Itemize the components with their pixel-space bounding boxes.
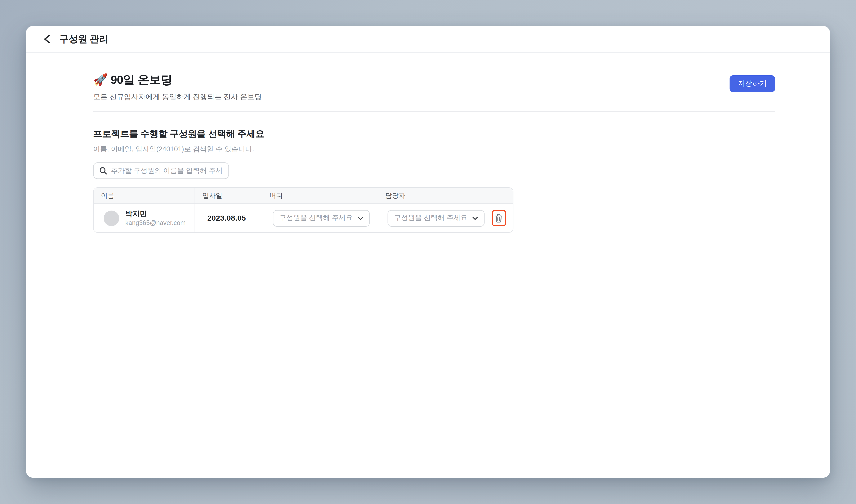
member-section-heading: 프로젝트를 수행할 구성원을 선택해 주세요 bbox=[93, 128, 775, 140]
member-table-header: 이름 입사일 버디 담당자 bbox=[94, 188, 513, 204]
trash-icon bbox=[495, 214, 503, 222]
member-email: kang365@naver.com bbox=[125, 219, 185, 227]
member-name: 박지민 bbox=[125, 210, 185, 218]
avatar bbox=[104, 210, 119, 226]
buddy-select[interactable]: 구성원을 선택해 주세요 bbox=[273, 210, 370, 226]
member-search-input[interactable] bbox=[111, 167, 223, 175]
column-header-buddy: 버디 bbox=[266, 191, 380, 200]
section-divider bbox=[93, 111, 775, 112]
search-icon bbox=[99, 167, 107, 175]
actions-cell bbox=[484, 210, 513, 226]
project-title: 🚀 90일 온보딩 bbox=[93, 73, 262, 87]
chevron-left-icon bbox=[43, 34, 50, 44]
buddy-cell: 구성원을 선택해 주세요 bbox=[266, 210, 380, 226]
member-search-box[interactable] bbox=[93, 162, 229, 179]
member-management-panel: 구성원 관리 🚀 90일 온보딩 모든 신규입사자에게 동일하게 진행되는 전사… bbox=[26, 26, 830, 478]
chevron-down-icon bbox=[358, 216, 363, 220]
save-button[interactable]: 저장하기 bbox=[730, 75, 775, 92]
back-button[interactable] bbox=[41, 34, 52, 44]
column-header-name: 이름 bbox=[94, 188, 195, 203]
panel-header: 구성원 관리 bbox=[26, 26, 830, 53]
column-header-join-date: 입사일 bbox=[195, 191, 266, 200]
manager-cell: 구성원을 선택해 주세요 bbox=[380, 210, 484, 226]
member-section-hint: 이름, 이메일, 입사일(240101)로 검색할 수 있습니다. bbox=[93, 145, 775, 154]
join-date: 2023.08.05 bbox=[195, 214, 266, 222]
member-table: 이름 입사일 버디 담당자 박지민 kang365@naver.com 2023 bbox=[93, 187, 514, 233]
manager-select-placeholder: 구성원을 선택해 주세요 bbox=[394, 213, 467, 223]
table-row: 박지민 kang365@naver.com 2023.08.05 구성원을 선택… bbox=[94, 204, 513, 232]
buddy-select-placeholder: 구성원을 선택해 주세요 bbox=[279, 213, 352, 223]
project-title-row: 🚀 90일 온보딩 모든 신규입사자에게 동일하게 진행되는 전사 온보딩 저장… bbox=[93, 73, 775, 102]
manager-select[interactable]: 구성원을 선택해 주세요 bbox=[388, 210, 484, 226]
page-title: 구성원 관리 bbox=[59, 33, 108, 46]
column-header-manager: 담당자 bbox=[380, 191, 484, 200]
member-name-cell: 박지민 kang365@naver.com bbox=[94, 204, 195, 232]
project-subtitle: 모든 신규입사자에게 동일하게 진행되는 전사 온보딩 bbox=[93, 92, 262, 102]
delete-member-button[interactable] bbox=[492, 210, 506, 226]
chevron-down-icon bbox=[472, 216, 478, 220]
desktop-background: 구성원 관리 🚀 90일 온보딩 모든 신규입사자에게 동일하게 진행되는 전사… bbox=[0, 0, 856, 504]
